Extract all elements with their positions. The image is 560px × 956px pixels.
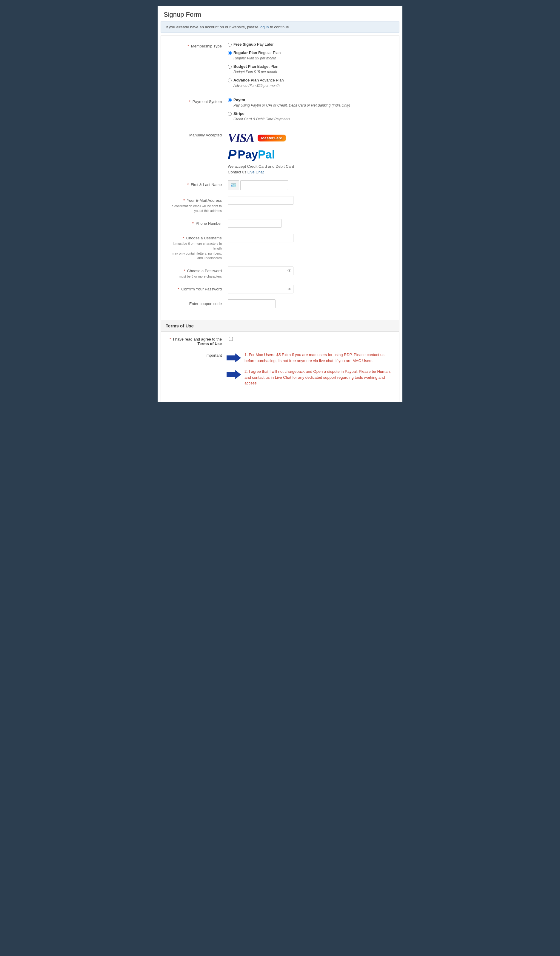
important-items: 1. For Mac Users: $5 Extra if you are ma… — [227, 352, 393, 391]
notice-1-text: 1. For Mac Users: $5 Extra if you are ma… — [244, 352, 393, 363]
membership-options: Free Signup Pay Later Regular Plan Regul… — [227, 42, 393, 91]
membership-type-row: * Membership Type Free Signup Pay Later … — [161, 42, 399, 91]
paypal-logo-row: P PayPal — [228, 148, 393, 161]
first-last-name-input[interactable] — [240, 180, 288, 190]
password-row: * Choose a Password must be 6 or more ch… — [161, 267, 399, 279]
membership-radio-advance[interactable] — [228, 79, 232, 82]
paypal-p-icon: P — [228, 148, 236, 161]
arrow-icon-2 — [227, 369, 242, 381]
payment-options: Paytm Pay Using Paytm or UPI or Credit, … — [227, 97, 393, 125]
payment-option-stripe: Stripe Credit Card & Debit Card Payments — [228, 111, 393, 122]
email-row: * Your E-Mail Address a confirmation ema… — [161, 196, 399, 213]
payment-stripe-label[interactable]: Stripe Credit Card & Debit Card Payments — [233, 111, 290, 122]
manually-accepted-content: VISA MasterCard P PayPal W — [227, 131, 393, 174]
username-content — [227, 234, 393, 242]
contact-text: Contact us Live Chat — [228, 170, 393, 174]
terms-agree-row: * I have read and agree to the Terms of … — [167, 336, 393, 346]
important-label: Important — [167, 352, 227, 358]
membership-option-advance: Advance Plan Advance Plan Advance Plan $… — [228, 78, 393, 88]
email-content — [227, 196, 393, 205]
payment-radio-stripe[interactable] — [228, 112, 232, 116]
important-item-2: 2. I agree that I will not chargeback an… — [227, 369, 393, 386]
phone-content — [227, 219, 393, 228]
terms-header: Terms of Use — [161, 320, 399, 332]
coupon-label: Enter coupon code — [167, 299, 227, 307]
visa-logo: VISA — [228, 131, 254, 145]
name-inputs: 🪪 — [227, 180, 393, 190]
phone-label: * Phone Number — [167, 219, 227, 226]
notice-2-text: 2. I agree that I will not chargeback an… — [244, 369, 393, 386]
payment-paytm-label[interactable]: Paytm Pay Using Paytm or UPI or Credit, … — [233, 97, 350, 108]
important-item-1: 1. For Mac Users: $5 Extra if you are ma… — [227, 352, 393, 364]
membership-type-label: * Membership Type — [167, 42, 227, 49]
page-title: Signup Form — [157, 6, 403, 22]
important-row: Important 1. For Mac Users: $5 Extra if … — [167, 352, 393, 391]
confirm-password-label: * Confirm Your Password — [167, 285, 227, 292]
payment-option-paytm: Paytm Pay Using Paytm or UPI or Credit, … — [228, 97, 393, 108]
membership-radio-free[interactable] — [228, 43, 232, 47]
payment-system-row: * Payment System Paytm Pay Using Paytm o… — [161, 97, 399, 125]
terms-agree-label: * I have read and agree to the Terms of … — [167, 336, 227, 346]
signup-form-wrapper: Signup Form If you already have an accou… — [157, 6, 403, 402]
username-label: * Choose a Username it must be 6 or more… — [167, 234, 227, 261]
paypal-logo: P PayPal — [228, 148, 275, 161]
terms-agree-checkbox[interactable] — [229, 337, 233, 341]
info-bar-text: If you already have an account on our we… — [166, 25, 260, 29]
manually-accepted-row: Manually Accepted VISA MasterCard P — [161, 131, 399, 174]
accept-text: We accept Credit Card and Debit Card — [228, 164, 393, 169]
payment-system-label: * Payment System — [167, 97, 227, 104]
svg-marker-1 — [227, 370, 241, 379]
name-label: * First & Last Name — [167, 180, 227, 187]
username-row: * Choose a Username it must be 6 or more… — [161, 234, 399, 261]
name-row: * First & Last Name 🪪 — [161, 180, 399, 190]
confirm-password-wrapper: 👁 — [228, 285, 293, 293]
membership-budget-label[interactable]: Budget Plan Budget Plan Budget Plan $15 … — [233, 64, 278, 75]
email-label: * Your E-Mail Address a confirmation ema… — [167, 196, 227, 213]
password-content: 👁 — [227, 267, 393, 275]
phone-input[interactable] — [228, 219, 282, 228]
confirm-password-input[interactable] — [228, 285, 293, 293]
membership-advance-label[interactable]: Advance Plan Advance Plan Advance Plan $… — [233, 78, 283, 88]
membership-radio-regular[interactable] — [228, 51, 232, 55]
membership-free-label[interactable]: Free Signup Pay Later — [233, 42, 274, 47]
info-bar-suffix: to continue — [269, 25, 289, 29]
payment-radio-paytm[interactable] — [228, 98, 232, 102]
password-label: * Choose a Password must be 6 or more ch… — [167, 267, 227, 279]
required-star: * — [187, 44, 189, 48]
membership-radio-budget[interactable] — [228, 65, 232, 69]
password-eye-icon[interactable]: 👁 — [288, 268, 292, 273]
main-form-section: * Membership Type Free Signup Pay Later … — [160, 36, 400, 320]
coupon-row: Enter coupon code — [161, 299, 399, 308]
phone-row: * Phone Number — [161, 219, 399, 228]
password-wrapper: 👁 — [228, 267, 293, 275]
manually-accepted-label: Manually Accepted — [167, 131, 227, 138]
vcard-icon: 🪪 — [230, 182, 236, 188]
paypal-text: PayPal — [238, 149, 275, 160]
confirm-password-row: * Confirm Your Password 👁 — [161, 285, 399, 293]
terms-checkbox-wrapper — [227, 336, 233, 342]
svg-marker-0 — [227, 354, 241, 362]
mastercard-text: MasterCard — [261, 136, 283, 140]
live-chat-link[interactable]: Live Chat — [247, 170, 264, 174]
payment-logos-row: VISA MasterCard — [228, 131, 393, 145]
confirm-password-eye-icon[interactable]: 👁 — [288, 287, 292, 292]
email-input[interactable] — [228, 196, 293, 205]
password-input[interactable] — [228, 267, 293, 275]
coupon-input[interactable] — [228, 299, 275, 308]
arrow-icon-1 — [227, 352, 242, 364]
membership-regular-label[interactable]: Regular Plan Regular Plan Regular Plan $… — [233, 50, 281, 61]
coupon-content — [227, 299, 393, 308]
name-input-group: 🪪 — [228, 180, 393, 190]
terms-section: Terms of Use * I have read and agree to … — [160, 320, 400, 402]
login-link[interactable]: log in — [260, 25, 269, 29]
membership-option-regular: Regular Plan Regular Plan Regular Plan $… — [228, 50, 393, 61]
mastercard-logo: MasterCard — [258, 135, 286, 142]
membership-option-free: Free Signup Pay Later — [228, 42, 393, 47]
name-icon-box: 🪪 — [228, 180, 239, 190]
info-bar: If you already have an account on our we… — [160, 22, 400, 33]
username-input[interactable] — [228, 234, 293, 242]
confirm-password-content: 👁 — [227, 285, 393, 293]
membership-option-budget: Budget Plan Budget Plan Budget Plan $15 … — [228, 64, 393, 75]
terms-body: * I have read and agree to the Terms of … — [161, 332, 399, 402]
